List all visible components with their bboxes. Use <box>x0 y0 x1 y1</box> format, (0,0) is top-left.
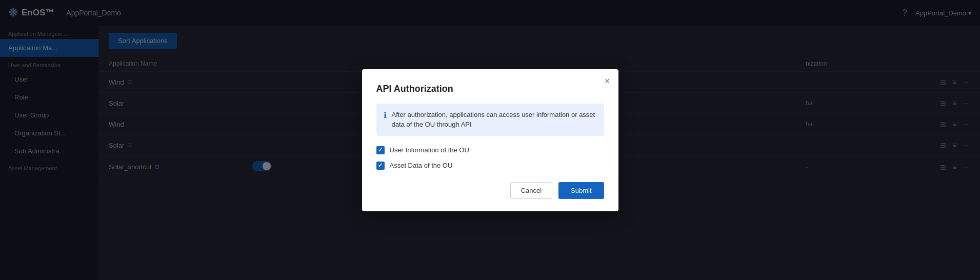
info-icon: ℹ <box>384 110 387 120</box>
modal-info-box: ℹ After authorization, applications can … <box>376 104 604 136</box>
checkbox-row-1: ✓ User Information of the OU <box>376 146 604 154</box>
modal-overlay: × API Authorization ℹ After authorizatio… <box>0 0 980 280</box>
checkbox-1-label: User Information of the OU <box>390 146 469 154</box>
modal-close-button[interactable]: × <box>605 76 610 86</box>
checkbox-check-icon: ✓ <box>378 162 383 169</box>
modal-info-text: After authorization, applications can ac… <box>392 110 597 130</box>
submit-button[interactable]: Submit <box>558 182 604 199</box>
api-authorization-modal: × API Authorization ℹ After authorizatio… <box>362 69 618 211</box>
modal-title: API Authorization <box>376 84 604 94</box>
checkbox-check-icon: ✓ <box>378 147 383 153</box>
checkbox-2-label: Asset Data of the OU <box>390 162 453 169</box>
checkbox-row-2: ✓ Asset Data of the OU <box>376 162 604 170</box>
checkbox-asset-data[interactable]: ✓ <box>376 162 385 170</box>
checkbox-user-info[interactable]: ✓ <box>376 146 385 154</box>
modal-footer: Cancel Submit <box>376 182 604 199</box>
cancel-button[interactable]: Cancel <box>510 182 552 199</box>
